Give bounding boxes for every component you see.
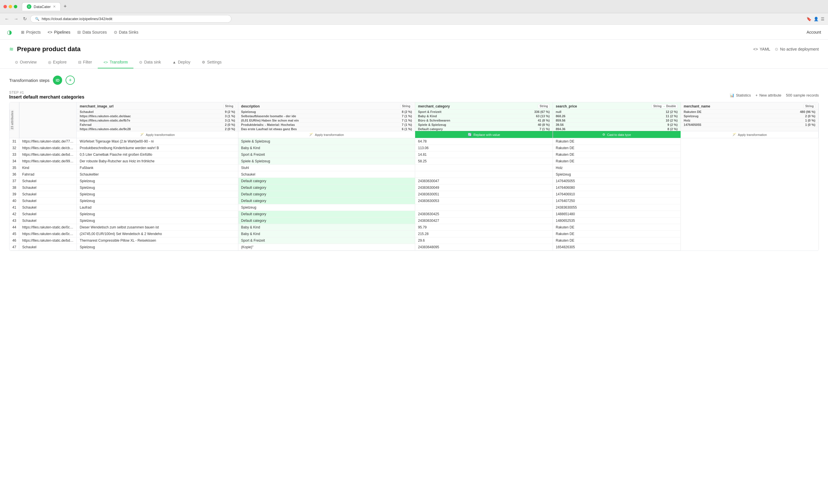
deployment-icon: ⊙ [775,47,778,51]
nav-data-sinks[interactable]: ⊙ Data Sinks [114,29,138,36]
nav-pipelines[interactable]: <> Pipelines [48,29,71,36]
apply-transformation-merchant-image-url[interactable]: 🪄 Apply transformation [77,131,238,138]
page-tabs: ⊙ Overview ◎ Explore ⊟ Filter <> Transfo… [0,56,828,69]
browser-actions: 🔖 👤 ☰ [806,17,825,21]
close-button[interactable] [3,5,7,8]
cell-merchant-category: Spielzeug [238,204,415,211]
back-button[interactable]: ← [3,15,10,23]
cell-merchant-name: Rakuten DE [552,224,680,231]
cell-merchant-image-url: Schaukel [19,178,77,184]
cell-merchant-image-url: Schaukel [19,198,77,204]
search-icon: 🔍 [35,17,39,21]
cast-to-data-type-button[interactable]: ⚙ Cast to data type [553,131,680,138]
tab-settings[interactable]: ⚙ Settings [196,56,227,68]
cell-search-price: 24383648095 [415,244,553,250]
row-number-cell: 34 [9,158,19,165]
cell-merchant-name: Spielzeug [552,171,680,178]
transform-icon: <> [104,60,108,64]
data-sources-icon: ⊟ [77,30,81,35]
tab-transform[interactable]: <> Transform [98,56,133,68]
cell-search-price [415,171,553,178]
col-header-merchant-name: merchant_name String Rakuten DE480 (96 %… [681,102,819,138]
filter-icon: ⊟ [78,60,81,64]
apply-transformation-merchant-name[interactable]: 🪄 Apply transformation [681,131,818,138]
tab-deploy[interactable]: ▲ Deploy [167,56,196,68]
new-attribute-button[interactable]: + New attribute [755,93,781,97]
cell-description: (24745,00 EUR/100ml) Set Wendetisch & 2 … [77,231,238,237]
table-row: 38SchaukelSpielzeugDefault category24383… [9,184,819,191]
row-number-cell: 42 [9,211,19,218]
cell-merchant-name: Rakuten DE [552,145,680,151]
table-row: 31https://files.rakuten-static.de/778605… [9,138,819,145]
cell-merchant-image-url: https://files.rakuten-static.de/bd72d123… [19,151,77,158]
account-button[interactable]: Account [806,30,821,35]
row-number-cell: 37 [9,178,19,184]
browser-tab-datacater[interactable]: D DataCater ✕ [22,2,61,11]
reload-button[interactable]: ↻ [22,15,28,23]
table-row: 35KindFußbankStuhlHolz [9,165,819,171]
tab-overview[interactable]: ⊙ Overview [9,56,42,68]
navigation-bar: ← → ↻ 🔍 https://cloud.datacater.io/pipel… [0,13,828,25]
add-step-button[interactable]: + [66,76,75,85]
row-number-header [19,102,77,138]
cell-merchant-image-url: Schaukel [19,204,77,211]
cell-description: Spielzeug [77,244,238,250]
cell-merchant-name: 24383630055 [552,204,680,211]
cell-merchant-name: 1480652535 [552,218,680,224]
forward-button[interactable]: → [13,15,19,23]
new-tab-button[interactable]: + [63,3,68,9]
cell-merchant-category: Baby & Kind [238,145,415,151]
apply-transformation-description[interactable]: 🪄 Apply transformation [238,131,415,138]
statistics-button[interactable]: 📊 Statistics [730,93,751,97]
cell-merchant-name: Rakuten DE [552,231,680,237]
cell-merchant-name: 1476405055 [552,178,680,184]
plus-icon: + [755,93,758,97]
replace-icon: 🔄 [468,133,472,136]
cell-merchant-image-url: https://files.rakuten-static.de/cb54aaa3… [19,145,77,151]
data-table-container[interactable]: 23 attributes merchant_image_url String [9,102,819,251]
cell-search-price: 24383630049 [415,184,553,191]
yaml-button[interactable]: <> YAML [753,47,770,51]
maximize-button[interactable] [14,5,17,8]
overview-icon: ⊙ [15,60,18,64]
deploy-icon: ▲ [172,60,176,64]
replace-with-value-button[interactable]: 🔄 Replace with value [415,131,552,138]
address-bar[interactable]: 🔍 https://cloud.datacater.io/pipelines/3… [30,15,232,23]
col-header-merchant-category: merchant_category String Sport & Freizei… [415,102,553,138]
row-number-cell: 44 [9,224,19,231]
col-header-merchant-image-url: merchant_image_url String Schaukel9 (2 %… [77,102,238,138]
tab-close-icon[interactable]: ✕ [53,5,56,9]
cell-merchant-image-url: Schaukel [19,211,77,218]
minimize-button[interactable] [9,5,12,8]
nav-projects[interactable]: ⊞ Projects [21,29,41,36]
profile-icon: 👤 [814,17,819,21]
menu-icon: ☰ [821,17,825,21]
cell-merchant-image-url: https://files.rakuten-static.de/0cd2cb76… [19,224,77,231]
step-id-badge[interactable]: ID [53,76,62,85]
nav-data-sources[interactable]: ⊟ Data Sources [77,29,107,36]
table-row: 36FahrradSchaukeltierSchaukelSpielzeug [9,171,819,178]
cell-description: Spielzeug [77,178,238,184]
table-row: 41SchaukelLaufradSpielzeug24383630055 [9,204,819,211]
cell-search-price: 14.81 [415,151,553,158]
cell-merchant-name: Rakuten DE [552,138,680,145]
cell-description: Laufrad [77,204,238,211]
cell-merchant-category: Sport & Freizeit [238,151,415,158]
tab-filter[interactable]: ⊟ Filter [73,56,98,68]
cell-merchant-category: Default category [238,178,415,184]
attributes-sidebar-header: 23 attributes [9,102,19,138]
cell-description: Fußbank [77,165,238,171]
cell-merchant-name: 1476406910 [552,191,680,198]
tab-data-sink[interactable]: ⊙ Data sink [133,56,166,68]
data-sinks-icon: ⊙ [114,30,117,35]
tab-explore[interactable]: ◎ Explore [42,56,72,68]
data-table: 23 attributes merchant_image_url String [9,102,819,250]
cell-description: Spielzeug [77,218,238,224]
table-row: 40SchaukelSpielzeugDefault category24383… [9,198,819,204]
cell-merchant-image-url: Schaukel [19,218,77,224]
cell-merchant-category: Sport & Freizeit [238,237,415,244]
table-header-row: 23 attributes merchant_image_url String [9,102,819,138]
step-info: STEP #1 Insert default merchant categori… [9,91,84,100]
table-row: 44https://files.rakuten-static.de/0cd2cb… [9,224,819,231]
cell-merchant-category: Default category [238,184,415,191]
